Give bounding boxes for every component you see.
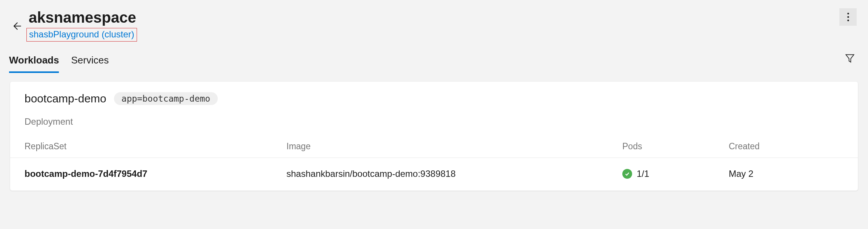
tab-workloads[interactable]: Workloads	[9, 51, 59, 73]
col-header-created: Created	[729, 141, 843, 152]
deployment-name: bootcamp-demo	[25, 92, 106, 105]
cell-replicaset: bootcamp-demo-7d4f7954d7	[25, 169, 286, 179]
svg-point-2	[847, 20, 849, 22]
svg-point-1	[847, 16, 849, 18]
workload-card: bootcamp-demo app=bootcamp-demo Deployme…	[10, 81, 858, 191]
svg-point-0	[847, 13, 849, 15]
table-row[interactable]: bootcamp-demo-7d4f7954d7 shashankbarsin/…	[25, 158, 843, 190]
col-header-image: Image	[286, 141, 622, 152]
more-menu-button[interactable]	[839, 8, 857, 26]
col-header-pods: Pods	[622, 141, 729, 152]
kebab-icon	[847, 12, 849, 22]
cell-created: May 2	[729, 169, 843, 179]
back-arrow-icon[interactable]	[11, 21, 22, 31]
filter-icon[interactable]	[845, 53, 855, 66]
pods-count: 1/1	[637, 169, 649, 179]
replicaset-table: ReplicaSet Image Pods Created bootcamp-d…	[25, 141, 843, 190]
status-ok-icon	[622, 169, 632, 179]
cluster-link[interactable]: shasbPlayground (cluster)	[26, 28, 137, 42]
page-title: aksnamespace	[29, 8, 137, 26]
deployment-tag: app=bootcamp-demo	[114, 92, 218, 105]
cell-image: shashankbarsin/bootcamp-demo:9389818	[286, 169, 622, 179]
deployment-type: Deployment	[25, 116, 843, 127]
col-header-replicaset: ReplicaSet	[25, 141, 286, 152]
table-header: ReplicaSet Image Pods Created	[25, 141, 843, 158]
tab-services[interactable]: Services	[71, 51, 109, 73]
cell-pods: 1/1	[622, 169, 729, 179]
